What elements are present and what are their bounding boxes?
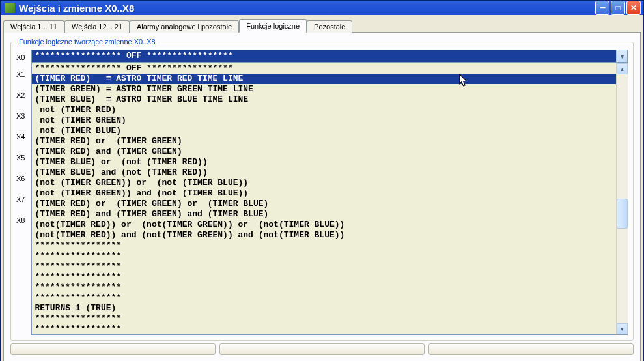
- row-label-x7: X7: [16, 189, 26, 210]
- dropdown-option[interactable]: (TIMER GREEN) = ASTRO TIMER GREEN TIME L…: [32, 84, 616, 94]
- tab-inputs-1-11[interactable]: Wejścia 1 .. 11: [3, 20, 64, 33]
- dropdown-option[interactable]: (TIMER RED) or (TIMER GREEN) or (TIMER B…: [32, 199, 616, 209]
- dropdown-option[interactable]: (not (TIMER GREEN)) or (not (TIMER BLUE)…: [32, 178, 616, 188]
- tab-inputs-12-21[interactable]: Wejścia 12 .. 21: [64, 20, 130, 33]
- dropdown-option[interactable]: *****************: [32, 240, 616, 251]
- dropdown-option[interactable]: (TIMER RED) or (TIMER GREEN): [32, 136, 616, 147]
- chevron-down-icon: ▾: [621, 326, 624, 332]
- dropdown-option[interactable]: (TIMER BLUE) = ASTRO TIMER BLUE TIME LIN…: [32, 94, 616, 105]
- combo-x0[interactable]: ***************** OFF ***************** …: [31, 50, 628, 63]
- tab-logic-functions[interactable]: Funkcje logiczne: [239, 19, 307, 33]
- tab-others[interactable]: Pozostałe: [307, 20, 352, 33]
- row-label-x0: X0: [16, 51, 26, 64]
- scroll-track[interactable]: [617, 74, 628, 323]
- dropdown-option[interactable]: *****************: [32, 251, 616, 261]
- combo-dropdown[interactable]: ***************** OFF *****************(…: [31, 63, 628, 335]
- dropdown-option[interactable]: *****************: [32, 293, 616, 303]
- minimize-icon: ━: [600, 4, 605, 12]
- row-label-x6: X6: [16, 168, 26, 189]
- dropdown-option[interactable]: *****************: [32, 324, 616, 334]
- dropdown-option[interactable]: not (TIMER BLUE): [32, 126, 616, 136]
- dropdown-option[interactable]: (TIMER BLUE) and (not (TIMER RED)): [32, 167, 616, 178]
- row-label-x1: X1: [16, 64, 26, 85]
- bottom-button-bar: [10, 341, 634, 355]
- client-area: Wejścia 1 .. 11 Wejścia 12 .. 21 Alarmy …: [1, 15, 643, 361]
- scroll-down-button[interactable]: ▾: [617, 323, 628, 334]
- row-label-x3: X3: [16, 106, 26, 126]
- dropdown-option[interactable]: (TIMER RED) and (TIMER GREEN): [32, 147, 616, 157]
- dropdown-option[interactable]: *****************: [32, 282, 616, 293]
- dropdown-list[interactable]: ***************** OFF *****************(…: [32, 63, 616, 334]
- row-label-x4: X4: [16, 126, 26, 147]
- combo-x0-value: ***************** OFF *****************: [32, 50, 616, 62]
- row-label-x5: X5: [16, 147, 26, 168]
- dropdown-option[interactable]: *****************: [32, 313, 616, 324]
- dropdown-option[interactable]: *****************: [32, 261, 616, 272]
- app-window: Wejścia i zmienne X0..X8 ━ □ ✕ Wejścia 1…: [0, 0, 644, 361]
- combo-x0-arrow[interactable]: ▾: [616, 50, 627, 62]
- editor-column: ***************** OFF ***************** …: [31, 50, 628, 335]
- dropdown-option[interactable]: (TIMER BLUE) or (not (TIMER RED)): [32, 157, 616, 167]
- chevron-up-icon: ▴: [621, 66, 624, 72]
- close-button[interactable]: ✕: [626, 1, 641, 15]
- bottom-button-1[interactable]: [10, 343, 216, 355]
- dropdown-option[interactable]: (not(TIMER RED)) or (not(TIMER GREEN)) o…: [32, 220, 616, 230]
- row-labels-column: X0 X1 X2 X3 X4 X5 X6 X7 X8: [16, 50, 26, 335]
- maximize-icon: □: [615, 4, 620, 12]
- groupbox-legend: Funkcje logiczne tworzące zmienne X0..X8: [16, 38, 158, 46]
- app-icon: [5, 3, 15, 13]
- tab-analog-alarms[interactable]: Alarmy analogowe i pozostałe: [130, 20, 239, 33]
- dropdown-option[interactable]: (TIMER RED) = ASTRO TIMER RED TIME LINE: [32, 74, 616, 84]
- dropdown-option[interactable]: not (TIMER RED): [32, 105, 616, 115]
- row-label-x2: X2: [16, 85, 26, 106]
- minimize-button[interactable]: ━: [595, 1, 609, 15]
- bottom-button-3[interactable]: [428, 343, 634, 355]
- groupbox-logic-functions: Funkcje logiczne tworzące zmienne X0..X8…: [10, 38, 634, 341]
- dropdown-scrollbar[interactable]: ▴ ▾: [616, 63, 627, 334]
- scroll-thumb[interactable]: [617, 199, 628, 229]
- close-icon: ✕: [630, 4, 637, 12]
- dropdown-option[interactable]: *****************: [32, 272, 616, 282]
- dropdown-option[interactable]: (TIMER RED) and (TIMER GREEN) and (TIMER…: [32, 209, 616, 220]
- dropdown-option[interactable]: ***************** OFF *****************: [32, 63, 616, 74]
- tab-panel: Funkcje logiczne tworzące zmienne X0..X8…: [3, 32, 641, 361]
- dropdown-option[interactable]: RETURNS 1 (TRUE): [32, 303, 616, 313]
- dropdown-option[interactable]: not (TIMER GREEN): [32, 115, 616, 126]
- title-bar[interactable]: Wejścia i zmienne X0..X8 ━ □ ✕: [1, 1, 643, 15]
- window-title: Wejścia i zmienne X0..X8: [19, 3, 595, 14]
- row-label-x8: X8: [16, 210, 26, 231]
- rows-area: X0 X1 X2 X3 X4 X5 X6 X7 X8 *************…: [16, 50, 628, 335]
- maximize-button[interactable]: □: [611, 1, 625, 15]
- chevron-down-icon: ▾: [621, 53, 624, 60]
- window-controls: ━ □ ✕: [595, 1, 641, 15]
- bottom-button-2[interactable]: [219, 343, 425, 355]
- scroll-up-button[interactable]: ▴: [617, 63, 628, 74]
- dropdown-option[interactable]: (not (TIMER GREEN)) and (not (TIMER BLUE…: [32, 188, 616, 199]
- dropdown-option[interactable]: (not(TIMER RED)) and (not(TIMER GREEN)) …: [32, 230, 616, 240]
- tab-strip: Wejścia 1 .. 11 Wejścia 12 .. 21 Alarmy …: [3, 16, 641, 32]
